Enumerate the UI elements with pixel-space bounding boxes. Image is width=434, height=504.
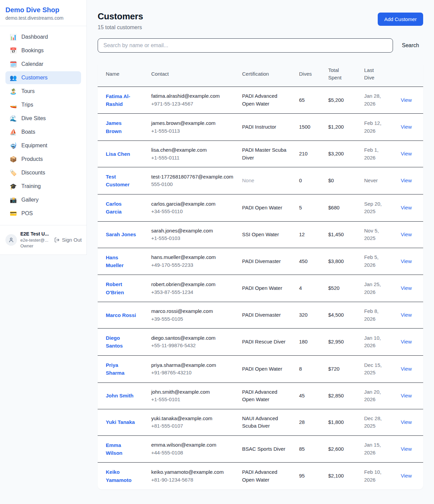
view-link[interactable]: View	[401, 473, 412, 479]
dives-cell: 0	[295, 167, 324, 194]
dives-cell: 12	[295, 221, 324, 248]
view-link[interactable]: View	[401, 446, 412, 452]
customer-name-link[interactable]: Fatima Al-Rashid	[106, 92, 137, 108]
sidebar-item-customers[interactable]: 👥 Customers	[5, 71, 81, 84]
contact-cell: fatima.alrashid@example.com +971-55-123-…	[147, 87, 238, 114]
customer-name-link[interactable]: John Smith	[106, 392, 134, 399]
sidebar-item-discounts[interactable]: 🏷️ Discounts	[5, 166, 81, 179]
sidebar-nav: 📊 Dashboard 📅 Bookings 🗓️ Calendar 👥 Cus…	[0, 26, 86, 225]
customer-name-link[interactable]: Keiko Yamamoto	[106, 468, 137, 484]
view-link[interactable]: View	[401, 178, 412, 183]
customer-phone: +81-555-0107	[151, 422, 234, 430]
add-customer-button[interactable]: Add Customer	[378, 13, 423, 26]
name-cell: Diego Santos	[98, 329, 147, 356]
contact-cell: john.smith@example.com +1-555-0101	[147, 382, 238, 409]
actions-cell: View	[397, 114, 423, 141]
main-content: Customers 15 total customers Add Custome…	[87, 0, 434, 489]
actions-cell: View	[397, 141, 423, 167]
customer-phone: +1-555-0111	[151, 154, 234, 162]
dives-cell: 28	[295, 409, 324, 435]
actions-cell: View	[397, 382, 423, 409]
contact-cell: robert.obrien@example.com +353-87-555-12…	[147, 275, 238, 302]
spiral-calendar-icon: 🗓️	[9, 61, 17, 67]
actions-cell: View	[397, 221, 423, 248]
name-cell: Hans Mueller	[98, 248, 147, 275]
name-cell: Yuki Tanaka	[98, 409, 147, 435]
view-link[interactable]: View	[401, 205, 412, 210]
customer-name-link[interactable]: Priya Sharma	[106, 361, 137, 377]
sidebar-item-trips[interactable]: 🚤 Trips	[5, 98, 81, 111]
view-link[interactable]: View	[401, 312, 412, 318]
name-cell: Fatima Al-Rashid	[98, 87, 147, 114]
table-row: James Brown james.brown@example.com +1-5…	[98, 114, 423, 141]
user-email: e2e-tester@...	[20, 237, 49, 243]
view-link[interactable]: View	[401, 419, 412, 425]
sidebar-item-boats[interactable]: ⛵ Boats	[5, 126, 81, 138]
certification-cell: PADI Open Water	[238, 355, 295, 382]
certification-cell: PADI Divemaster	[238, 248, 295, 275]
contact-cell: carlos.garcia@example.com +34-555-0110	[147, 194, 238, 221]
dives-cell: 1500	[295, 114, 324, 141]
name-cell: Carlos Garcia	[98, 194, 147, 221]
view-link[interactable]: View	[401, 231, 412, 237]
credit-card-icon: 💳	[9, 211, 17, 217]
camera-icon: 📸	[9, 197, 17, 203]
customer-name-link[interactable]: Diego Santos	[106, 334, 137, 350]
view-link[interactable]: View	[401, 366, 412, 372]
view-link[interactable]: View	[401, 124, 412, 130]
sidebar-item-dive-sites[interactable]: 🌊 Dive Sites	[5, 112, 81, 125]
view-link[interactable]: View	[401, 339, 412, 344]
name-cell: Keiko Yamamoto	[98, 463, 147, 489]
island-icon: 🏝️	[9, 89, 17, 94]
sidebar-item-training[interactable]: 🎓 Training	[5, 180, 81, 193]
customer-name-link[interactable]: Yuki Tanaka	[106, 418, 135, 426]
customer-name-link[interactable]: Carlos Garcia	[106, 200, 137, 216]
sidebar-item-label: Discounts	[21, 170, 45, 176]
sidebar-item-bookings[interactable]: 📅 Bookings	[5, 44, 81, 57]
customer-name-link[interactable]: Lisa Chen	[106, 150, 130, 158]
customer-email: hans.mueller@example.com	[151, 254, 234, 261]
search-button[interactable]: Search	[398, 40, 423, 51]
customer-name-link[interactable]: Test Customer	[106, 173, 137, 189]
sidebar-item-label: Tours	[21, 88, 35, 94]
view-link[interactable]: View	[401, 393, 412, 398]
customer-name-link[interactable]: James Brown	[106, 119, 137, 135]
total-spent-cell: $0	[324, 167, 360, 194]
sidebar-item-products[interactable]: 📦 Products	[5, 153, 81, 166]
certification-cell: PADI Rescue Diver	[238, 329, 295, 356]
certification-value: BSAC Sports Diver	[242, 446, 285, 452]
certification-cell: PADI Advanced Open Water	[238, 382, 295, 409]
view-link[interactable]: View	[401, 285, 412, 291]
sidebar-item-tours[interactable]: 🏝️ Tours	[5, 85, 81, 98]
contact-cell: sarah.jones@example.com +1-555-0103	[147, 221, 238, 248]
sidebar-item-label: Trips	[21, 102, 33, 108]
customer-phone: +1-555-0103	[151, 235, 234, 242]
col-header-last-dive: Last Dive	[360, 61, 397, 87]
sidebar-item-calendar[interactable]: 🗓️ Calendar	[5, 58, 81, 71]
view-link[interactable]: View	[401, 258, 412, 264]
customer-name-link[interactable]: Marco Rossi	[106, 311, 136, 319]
customer-name-link[interactable]: Robert O'Brien	[106, 280, 137, 296]
customer-name-link[interactable]: Hans Mueller	[106, 254, 137, 269]
sidebar-item-pos[interactable]: 💳 POS	[5, 207, 81, 220]
certification-cell: PADI Advanced Open Water	[238, 87, 295, 114]
last-dive-cell: Feb 12, 2026	[360, 114, 397, 141]
customers-table: Name Contact Certification Dives Total S…	[98, 61, 423, 489]
actions-cell: View	[397, 194, 423, 221]
contact-cell: keiko.yamamoto@example.com +81-90-1234-5…	[147, 463, 238, 489]
table-row: Fatima Al-Rashid fatima.alrashid@example…	[98, 87, 423, 114]
sidebar-item-equipment[interactable]: 🤿 Equipment	[5, 139, 81, 152]
customer-email: fatima.alrashid@example.com	[151, 92, 234, 100]
dives-cell: 5	[295, 194, 324, 221]
sidebar-item-gallery[interactable]: 📸 Gallery	[5, 193, 81, 206]
customer-name-link[interactable]: Emma Wilson	[106, 441, 137, 457]
certification-value: PADI Rescue Diver	[242, 339, 285, 344]
customer-name-link[interactable]: Sarah Jones	[106, 230, 136, 238]
sign-out-button[interactable]: Sign Out	[54, 237, 82, 243]
last-dive-cell: Dec 28, 2025	[360, 409, 397, 435]
view-link[interactable]: View	[401, 151, 412, 156]
sidebar-item-dashboard[interactable]: 📊 Dashboard	[5, 31, 81, 43]
search-input[interactable]	[98, 38, 393, 53]
contact-cell: diego.santos@example.com +55-11-99876-54…	[147, 329, 238, 356]
view-link[interactable]: View	[401, 97, 412, 103]
